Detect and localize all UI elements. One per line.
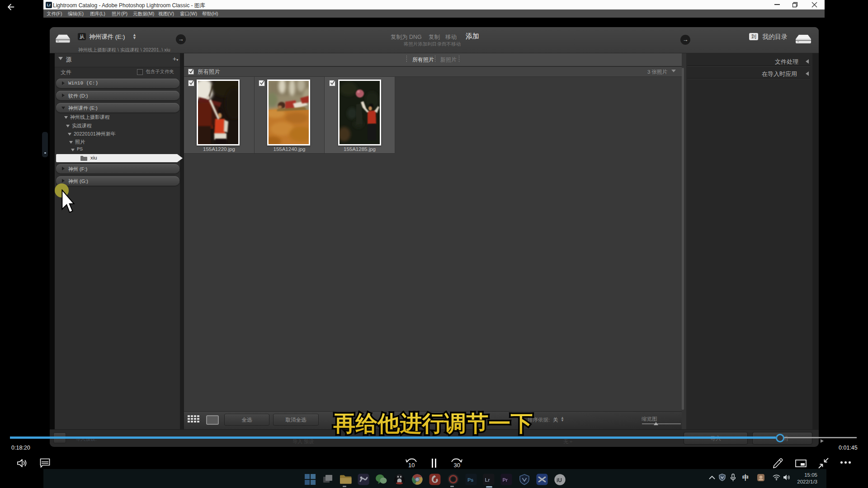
svg-text:再给他进行调节一下: 再给他进行调节一下 (333, 411, 533, 436)
svg-text:Ps: Ps (467, 477, 473, 483)
svg-text:10: 10 (408, 462, 415, 469)
svg-text:iU: iU (557, 477, 562, 483)
svg-text:30: 30 (454, 462, 460, 469)
svg-text:Pr: Pr (503, 477, 508, 483)
svg-text:Lr: Lr (485, 477, 491, 483)
